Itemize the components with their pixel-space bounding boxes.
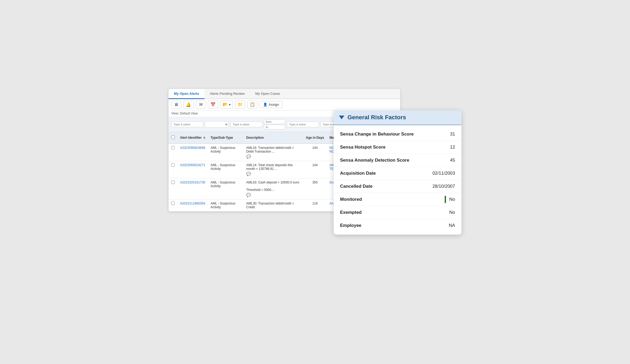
row-alert-id-3: A2023111860304 [177, 199, 208, 211]
row-alert-id-1: A2023093024271 [177, 161, 208, 178]
risk-indicator-5 [445, 196, 446, 203]
filter-range-1 [264, 119, 285, 129]
row-age-3: 116 [303, 199, 327, 211]
comment-icon-2[interactable]: 💬 [246, 193, 251, 197]
tab-my-open-cases[interactable]: My Open Cases [250, 89, 285, 99]
sort-icon-alert-id[interactable]: ⇅ [203, 136, 205, 139]
risk-indicator-empty-2 [445, 157, 447, 164]
email-btn[interactable]: ✉ [196, 101, 206, 109]
row-checkbox-3[interactable] [171, 202, 175, 205]
risk-indicator-empty-4 [428, 183, 429, 190]
filter-input-3[interactable] [287, 121, 319, 127]
row-type-3: AML - Suspicious Activity [208, 199, 244, 211]
monitor-icon: 🖥 [174, 102, 179, 107]
collapse-arrow-icon[interactable] [339, 116, 344, 119]
risk-value-4: 28/10/2007 [432, 184, 455, 189]
comment-icon-0[interactable]: 💬 [246, 154, 251, 159]
view-label-text: View: Default View [171, 112, 198, 115]
risk-indicator-empty-3 [428, 170, 429, 177]
risk-indicator-empty-0 [445, 130, 447, 138]
row-description-2: AML03: Cash deposit = 10500.0 euroThresh… [244, 178, 303, 199]
risk-label-5: Monitored [340, 197, 445, 202]
assign-button[interactable]: 👤 Assign [260, 101, 283, 108]
alert-id-link-0[interactable]: A2023090824668 [180, 146, 205, 150]
risk-value-0: 31 [450, 132, 455, 137]
row-alert-id-2: A2023103161730 [177, 178, 208, 199]
risk-row: Employee NA [334, 219, 461, 232]
risk-value-6: No [449, 210, 455, 215]
risk-label-4: Cancelled Date [340, 184, 428, 189]
row-checkbox-1[interactable] [171, 163, 175, 167]
row-age-2: 355 [303, 178, 327, 199]
main-container: My Open Alerts Alerts Pending Review My … [169, 89, 461, 275]
risk-panel-header: General Risk Factors [334, 110, 461, 125]
col-alert-id: Alert Identifier ⇅ [177, 132, 208, 144]
toolbar: 🖥 🔔 ✉ 📅 📂 ▾ 📁 📋 👤 Assig [169, 99, 400, 111]
risk-indicator-empty-7 [444, 222, 445, 229]
risk-value-5: No [449, 197, 455, 202]
risk-row: Exempted No [334, 206, 461, 219]
row-alert-id-0: A2023090824668 [177, 144, 208, 161]
row-age-1: 144 [303, 161, 327, 178]
report-btn[interactable]: 📋 [247, 101, 257, 109]
filter-from-1[interactable] [264, 119, 285, 124]
risk-row: Sensa Change in Behaviour Score 31 [334, 128, 461, 141]
alert-id-link-3[interactable]: A2023111860304 [180, 202, 205, 205]
row-description-1: AML14: Total check deposits this month =… [244, 161, 303, 178]
monitor-btn[interactable]: 🖥 [171, 101, 181, 109]
folder-colored-icon: 📂 [223, 102, 228, 107]
risk-label-6: Exempted [340, 210, 445, 215]
select-all-checkbox[interactable] [171, 136, 175, 139]
risk-indicator-empty-6 [445, 209, 446, 216]
select-all-header [169, 132, 177, 144]
row-checkbox-cell [169, 144, 177, 161]
risk-value-3: 02/11/2003 [432, 171, 455, 176]
row-checkbox-2[interactable] [171, 181, 175, 184]
risk-row: Acquisition Date 02/11/2003 [334, 167, 461, 180]
risk-row: Cancelled Date 28/10/2007 [334, 180, 461, 193]
row-type-1: AML - Suspicious Activity [208, 161, 244, 178]
bell-icon: 🔔 [186, 102, 191, 107]
risk-panel-body: Sensa Change in Behaviour Score 31 Sensa… [334, 125, 461, 235]
risk-row: Sensa Anomaly Detection Score 45 [334, 154, 461, 167]
row-checkbox-cell [169, 199, 177, 211]
tabs-bar: My Open Alerts Alerts Pending Review My … [169, 89, 400, 99]
calendar-btn[interactable]: 📅 [208, 101, 218, 109]
tab-my-open-alerts[interactable]: My Open Alerts [169, 89, 204, 99]
dropdown-chevron: ▾ [229, 103, 231, 107]
risk-row: Monitored No [334, 193, 461, 206]
risk-panel: General Risk Factors Sensa Change in Beh… [334, 110, 461, 235]
row-checkbox-0[interactable] [171, 146, 175, 149]
risk-indicator-empty-1 [445, 144, 447, 151]
col-type: Type/Sub-Type [208, 132, 244, 144]
filter-input-2[interactable] [230, 121, 262, 127]
filter-select-1[interactable] [205, 121, 229, 128]
row-description-0: AML16: Transaction debit/credit = Debit … [244, 144, 303, 161]
envelope-icon: ✉ [198, 102, 203, 107]
calendar-icon: 📅 [210, 102, 216, 107]
alert-btn[interactable]: 🔔 [183, 101, 194, 109]
folder2-icon: 📁 [238, 102, 243, 107]
col-description: Description [244, 132, 303, 144]
assign-person-icon: 👤 [263, 103, 267, 107]
row-type-0: AML - Suspicious Activity [208, 144, 244, 161]
tab-alerts-pending-review[interactable]: Alerts Pending Review [204, 89, 250, 99]
filter-to-1[interactable] [264, 125, 285, 129]
alert-id-link-1[interactable]: A2023093024271 [180, 163, 205, 167]
row-description-3: AML30: Transaction debit/credit = Credit [244, 199, 303, 211]
risk-label-7: Employee [340, 223, 444, 228]
row-age-0: 144 [303, 144, 327, 161]
risk-label-1: Sensa Hotspot Score [340, 145, 445, 150]
row-checkbox-cell [169, 161, 177, 178]
folder2-btn[interactable]: 📁 [235, 101, 245, 109]
risk-value-1: 12 [450, 145, 455, 150]
comment-icon-1[interactable]: 💬 [246, 172, 251, 176]
risk-value-2: 45 [450, 158, 455, 163]
folder-dropdown-btn[interactable]: 📂 ▾ [220, 101, 233, 109]
risk-row: Sensa Hotspot Score 12 [334, 141, 461, 154]
row-type-2: AML - Suspicious Activity [208, 178, 244, 199]
filter-input-1[interactable] [171, 121, 203, 127]
alert-id-link-2[interactable]: A2023103161730 [180, 181, 205, 184]
risk-label-2: Sensa Anomaly Detection Score [340, 158, 445, 163]
col-age: Age in Days [303, 132, 327, 144]
